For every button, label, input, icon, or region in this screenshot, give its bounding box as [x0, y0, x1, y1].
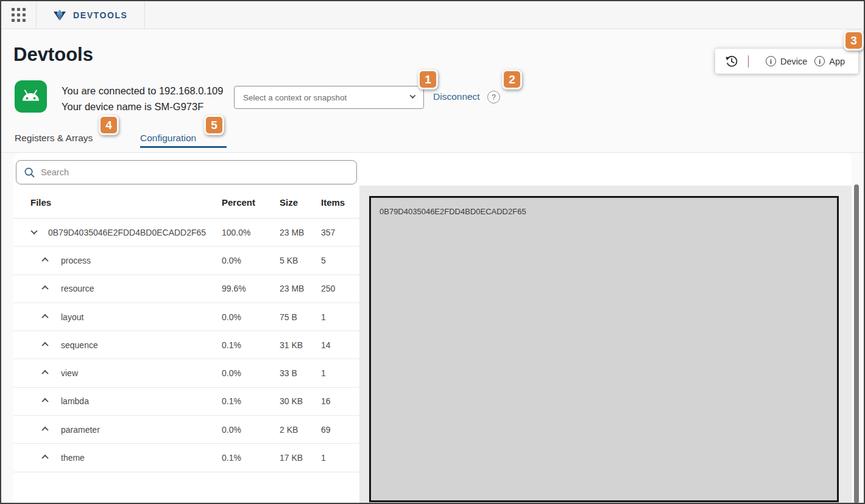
chevron-up-icon[interactable]: [41, 370, 48, 377]
files-table: Files Percent Size Items 0B79D4035046E2F…: [13, 186, 359, 504]
items-cell: 69: [321, 425, 331, 435]
percent-cell: 0.0%: [222, 368, 241, 378]
chevron-up-icon[interactable]: [41, 342, 48, 349]
history-button[interactable]: [724, 54, 738, 68]
viewer-title: 0B79D4035046E2FDD4BD0ECADD2F65: [380, 207, 526, 216]
file-name-cell: process: [61, 256, 91, 265]
device-info-button[interactable]: i Device: [766, 56, 807, 66]
chevron-up-icon[interactable]: [41, 426, 48, 433]
callout-badge-2: 2: [502, 69, 522, 89]
size-cell: 31 KB: [280, 340, 303, 350]
app-info-button[interactable]: i App: [814, 56, 845, 66]
percent-cell: 0.0%: [222, 312, 241, 322]
file-name-cell: parameter: [61, 425, 100, 435]
table-row[interactable]: sequence0.1%31 KB14: [13, 331, 359, 359]
viewer-pane: 0B79D4035046E2FDD4BD0ECADD2F65: [359, 186, 852, 504]
android-device-icon: [15, 80, 47, 115]
vertical-scrollbar[interactable]: [854, 184, 859, 503]
devtools-logo-icon: [53, 9, 66, 22]
info-icon: i: [766, 56, 776, 66]
toolbar-divider: [748, 55, 749, 68]
help-icon[interactable]: ?: [487, 91, 500, 103]
column-header-items: Items: [321, 197, 345, 207]
device-button-label: Device: [780, 57, 807, 66]
callout-badge-5: 5: [204, 115, 224, 135]
snapshot-viewer[interactable]: 0B79D4035046E2FDD4BD0ECADD2F65: [369, 196, 839, 502]
size-cell: 17 KB: [280, 453, 303, 463]
chevron-down-icon[interactable]: [30, 228, 37, 234]
app-button-label: App: [829, 57, 845, 66]
percent-cell: 0.0%: [222, 256, 241, 265]
chevron-up-icon[interactable]: [41, 257, 48, 264]
percent-cell: 0.1%: [222, 396, 241, 406]
app-logo-section[interactable]: DEVTOOLS: [37, 1, 145, 29]
items-cell: 1: [321, 312, 326, 322]
top-bar: DEVTOOLS: [1, 1, 864, 29]
disconnect-link[interactable]: Disconnect: [433, 91, 480, 102]
percent-cell: 100.0%: [222, 228, 250, 237]
callout-badge-4: 4: [99, 115, 119, 135]
connection-status-text: You are connected to 192.168.0.109 Your …: [62, 83, 223, 114]
callout-badge-3: 3: [844, 30, 864, 51]
table-row[interactable]: view0.0%33 B1: [13, 359, 359, 387]
percent-cell: 0.1%: [222, 340, 241, 350]
chevron-up-icon[interactable]: [41, 455, 48, 461]
column-header-percent: Percent: [222, 197, 255, 207]
size-cell: 33 B: [280, 368, 297, 378]
app-grid-icon[interactable]: [12, 8, 26, 22]
table-row[interactable]: layout0.0%75 B1: [13, 303, 359, 331]
chevron-up-icon[interactable]: [41, 285, 48, 292]
search-icon: [24, 167, 35, 178]
file-name-cell: view: [61, 368, 78, 378]
device-app-toolbar: i Device i App: [715, 49, 858, 74]
table-row[interactable]: 0B79D4035046E2FDD4BD0ECADD2F65100.0%23 M…: [13, 219, 359, 247]
chevron-up-icon[interactable]: [41, 398, 48, 405]
table-header-row: Files Percent Size Items: [13, 186, 359, 219]
chevron-down-icon: [410, 93, 416, 99]
app-name: DEVTOOLS: [73, 10, 128, 20]
percent-cell: 0.1%: [222, 453, 241, 463]
info-icon: i: [814, 56, 825, 66]
items-cell: 1: [321, 368, 326, 378]
table-body: 0B79D4035046E2FDD4BD0ECADD2F65100.0%23 M…: [13, 219, 359, 472]
context-snapshot-select[interactable]: Select a context or snapshot: [234, 86, 424, 109]
file-name-cell: resource: [61, 284, 94, 293]
connection-line1: You are connected to 192.168.0.109: [62, 83, 223, 99]
table-row[interactable]: theme0.1%17 KB1: [13, 444, 359, 472]
callout-badge-1: 1: [418, 69, 438, 89]
search-box[interactable]: [16, 160, 357, 184]
tab-configuration[interactable]: Configuration: [140, 133, 196, 144]
items-cell: 14: [321, 340, 331, 350]
percent-cell: 99.6%: [222, 284, 246, 293]
size-cell: 75 B: [280, 312, 297, 322]
table-row[interactable]: lambda0.1%30 KB16: [13, 388, 359, 416]
file-name-cell: sequence: [61, 340, 98, 350]
column-header-files: Files: [30, 197, 51, 207]
page-title: Devtools: [13, 44, 93, 66]
percent-cell: 0.0%: [222, 425, 241, 435]
search-input[interactable]: [41, 167, 349, 177]
size-cell: 2 KB: [280, 425, 298, 435]
size-cell: 23 MB: [280, 228, 304, 237]
items-cell: 250: [321, 284, 335, 293]
table-row[interactable]: parameter0.0%2 KB69: [13, 416, 359, 444]
items-cell: 357: [321, 228, 335, 237]
items-cell: 16: [321, 396, 331, 406]
size-cell: 30 KB: [280, 396, 303, 406]
items-cell: 5: [321, 256, 326, 265]
size-cell: 23 MB: [280, 284, 304, 293]
file-name-cell: layout: [61, 312, 83, 322]
tab-registers-arrays[interactable]: Registers & Arrays: [15, 133, 93, 144]
items-cell: 1: [321, 453, 326, 463]
active-tab-underline: [140, 146, 227, 148]
file-name-cell: lambda: [61, 396, 89, 406]
chevron-up-icon[interactable]: [41, 313, 48, 320]
file-name-cell: 0B79D4035046E2FDD4BD0ECADD2F65: [48, 228, 206, 237]
table-row[interactable]: resource99.6%23 MB250: [13, 275, 359, 303]
context-select-placeholder: Select a context or snapshot: [243, 93, 411, 102]
column-header-size: Size: [280, 197, 298, 207]
file-name-cell: theme: [61, 453, 85, 463]
history-icon: [724, 54, 738, 68]
table-row[interactable]: process0.0%5 KB5: [13, 247, 359, 275]
size-cell: 5 KB: [280, 256, 298, 265]
